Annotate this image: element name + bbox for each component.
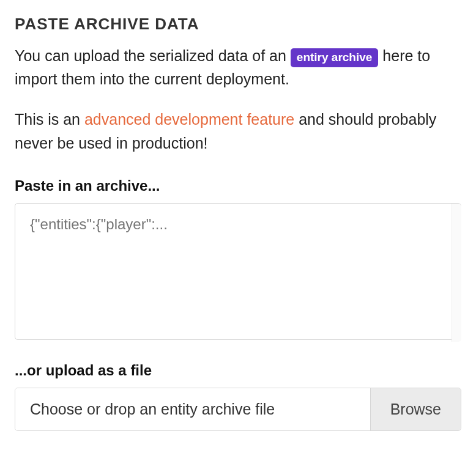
page-heading: PASTE ARCHIVE DATA (15, 15, 461, 34)
entity-archive-tag: entiry archive (291, 48, 379, 67)
upload-section-label: ...or upload as a file (15, 362, 461, 379)
browse-button[interactable]: Browse (370, 388, 461, 430)
file-input[interactable] (15, 388, 370, 430)
warning-prefix: This is an (15, 111, 84, 128)
scrollbar-track[interactable] (452, 204, 461, 342)
warning-text: This is an advanced development feature … (15, 108, 461, 155)
archive-textarea[interactable] (15, 203, 461, 340)
description-text: You can upload the serialized data of an… (15, 45, 461, 90)
paste-section-label: Paste in an archive... (15, 177, 461, 194)
file-input-row: Browse (15, 388, 461, 431)
advanced-feature-link[interactable]: advanced development feature (84, 111, 294, 128)
archive-textarea-wrapper (15, 203, 461, 342)
description-prefix: You can upload the serialized data of an (15, 47, 291, 64)
